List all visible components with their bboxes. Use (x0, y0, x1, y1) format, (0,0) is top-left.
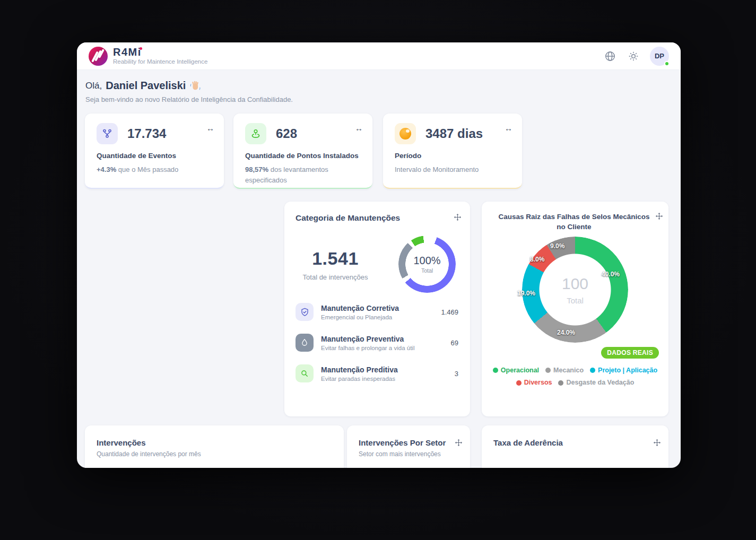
interventions-card: Intervenções Quantidade de intervenções … (85, 425, 344, 468)
brand-text: R4Mi Reability for Maintence Intelligenc… (113, 47, 207, 65)
legend-dot (493, 368, 498, 373)
globe-icon (604, 50, 616, 62)
installed-point-icon (245, 123, 266, 144)
droplet-icon (296, 334, 314, 352)
list-item-preventive: Manutenção Preventiva Evitar falhas e pr… (296, 330, 459, 355)
kpi-note: +4.3% que o Mês passado (97, 164, 214, 175)
legend-dot (590, 368, 595, 373)
chart-legend: Operacional Mecanico Projeto | Aplicação… (487, 364, 663, 389)
magnifier-icon (296, 364, 314, 382)
root-causes-card: Causas Raiz das Falhas de Selos Mecânico… (482, 202, 668, 416)
kpi-card-events: 17.734 ↔ Quantidade de Eventos +4.3% que… (85, 114, 224, 189)
segment-label-operacional: 40.0% (602, 271, 620, 278)
segment-label-projeto: 19.0% (517, 290, 535, 297)
kpi-note: 98,57% dos levantamentos especificados (245, 164, 363, 185)
brand-logo (89, 47, 108, 66)
list-item-corrective: Manutenção Corretiva Emergencial ou Plan… (296, 299, 459, 325)
waving-hand-icon (189, 80, 201, 92)
shield-check-icon (296, 303, 314, 321)
move-handle-icon[interactable] (653, 439, 661, 447)
brand-dot (140, 47, 142, 50)
card-subtitle: Setor com mais intervenções (359, 450, 459, 458)
card-title: Taxa de Aderência (493, 438, 658, 447)
greeting-subtitle: Seja bem-vindo ao novo Relatório de Inte… (85, 95, 293, 103)
kpi-card-period: 3487 dias ↔ Período Intervalo de Monitor… (383, 114, 522, 189)
period-clock-icon (395, 123, 416, 144)
card-subtitle: Quantidade de intervenções por mês (97, 450, 333, 458)
top-bar: R4Mi Reability for Maintence Intelligenc… (77, 42, 681, 70)
card-title: Intervenções (97, 438, 333, 447)
legend-item-mecanico[interactable]: Mecanico (545, 364, 584, 377)
kpi-value: 17.734 (127, 126, 166, 141)
legend-item-desgaste[interactable]: Desgaste da Vedação (558, 377, 634, 389)
segment-label-mecanico: 24.0% (557, 329, 575, 336)
greeting-block: Olá, Daniel Paveliski (85, 80, 293, 103)
language-globe-button[interactable] (603, 49, 617, 63)
legend-dot (545, 368, 551, 373)
legend-item-operacional[interactable]: Operacional (493, 364, 539, 377)
kpi-label: Quantidade de Pontos Instalados (245, 152, 363, 160)
donut-center-label: Total (421, 267, 433, 274)
move-handle-icon[interactable] (655, 212, 663, 220)
kpi-card-installed-points: 628 ↔ Quantidade de Pontos Instalados 98… (233, 114, 372, 189)
greeting-username: Daniel Paveliski (106, 80, 186, 92)
card-title: Causas Raiz das Falhas de Selos Mecânico… (496, 212, 653, 232)
card-title: Intervenções Por Setor (359, 438, 459, 447)
item-value: 1.469 (441, 308, 458, 316)
donut-center-value: 100 (562, 275, 588, 293)
app-window: R4Mi Reability for Maintence Intelligenc… (77, 42, 681, 468)
resize-handle-icon[interactable]: ↔ (355, 123, 363, 132)
greeting-hello: Olá, (85, 81, 102, 91)
item-value: 69 (451, 339, 458, 347)
brand-wordmark: R4Mi (113, 47, 142, 58)
move-handle-icon[interactable] (455, 439, 463, 447)
interventions-by-sector-card: Intervenções Por Setor Setor com mais in… (347, 425, 470, 468)
theme-toggle-button[interactable] (627, 49, 640, 63)
legend-dot (558, 380, 563, 386)
kpi-label: Quantidade de Eventos (97, 152, 214, 160)
maintenance-donut-chart: 100% Total (398, 236, 456, 293)
legend-item-projeto[interactable]: Projeto | Aplicação (590, 364, 657, 377)
move-handle-icon[interactable] (454, 213, 462, 221)
interventions-total: 1.541 Total de intervenções (290, 248, 381, 281)
kpi-note: Intervalo de Monitoramento (395, 164, 512, 175)
donut-center-value: 100% (413, 255, 440, 267)
maintenance-category-card: Categoria de Manutenções 1.541 Total de … (284, 202, 470, 416)
interventions-total-label: Total de intervenções (290, 273, 381, 281)
screenshot-stage: R4Mi Reability for Maintence Intelligenc… (0, 0, 756, 540)
kpi-value: 3487 dias (425, 126, 483, 141)
real-data-badge: DADOS REAIS (601, 347, 659, 359)
legend-item-diversos[interactable]: Diversos (516, 377, 552, 389)
online-status-dot (664, 61, 670, 66)
resize-handle-icon[interactable]: ↔ (206, 123, 214, 132)
user-avatar[interactable]: DP (650, 47, 669, 66)
segment-label-desgaste: 9.0% (550, 242, 564, 250)
segment-label-diversos: 8.0% (530, 256, 544, 263)
interventions-total-value: 1.541 (290, 248, 381, 269)
legend-dot (516, 380, 522, 386)
list-item-predictive: Manutenção Preditiva Evitar paradas ines… (296, 361, 459, 386)
dashboard-content: Olá, Daniel Paveliski (77, 70, 681, 468)
brand-tagline: Reability for Maintence Intelligence (113, 58, 207, 65)
donut-center-label: Total (567, 296, 584, 305)
avatar-initials: DP (655, 52, 664, 60)
resize-handle-icon[interactable]: ↔ (505, 123, 512, 132)
adherence-rate-card: Taxa de Aderência (482, 425, 668, 468)
sun-icon (628, 50, 639, 62)
card-title: Categoria de Manutenções (296, 213, 400, 223)
maintenance-type-list: Manutenção Corretiva Emergencial ou Plan… (296, 299, 459, 391)
kpi-label: Período (395, 152, 512, 160)
kpi-value: 628 (276, 126, 297, 141)
item-value: 3 (455, 370, 458, 378)
root-causes-donut-chart: 100 Total 40.0% 24.0% 19.0% 8.0% 9.0% (522, 237, 628, 343)
branch-icon (97, 123, 118, 144)
